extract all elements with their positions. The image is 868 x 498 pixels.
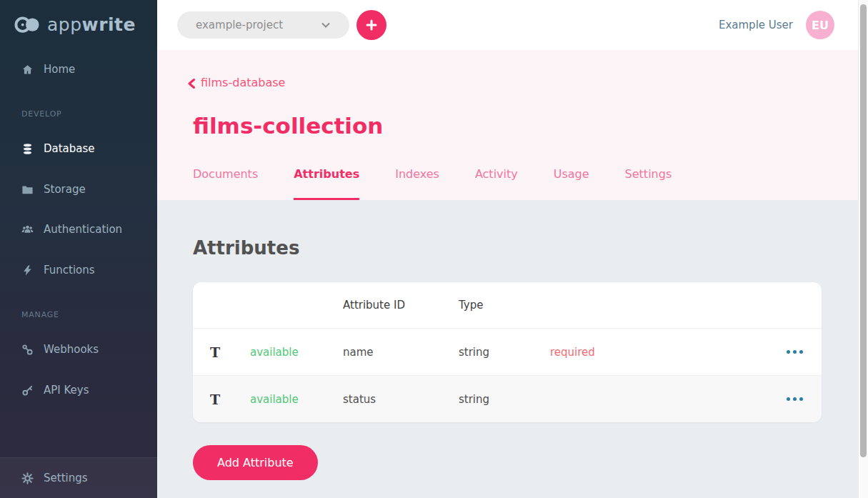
- tab-bar: Documents Attributes Indexes Activity Us…: [193, 167, 672, 200]
- breadcrumb[interactable]: films-database: [187, 76, 285, 89]
- status-badge: available: [250, 393, 343, 406]
- sidebar-item-functions[interactable]: Functions: [0, 257, 157, 283]
- tab-attributes[interactable]: Attributes: [294, 167, 359, 200]
- breadcrumb-label: films-database: [201, 76, 285, 89]
- sidebar-item-api-keys[interactable]: API Keys: [0, 377, 157, 403]
- page-title: films-collection: [193, 113, 383, 139]
- database-icon: [21, 143, 34, 155]
- sidebar-item-label: Storage: [44, 183, 86, 196]
- add-attribute-button[interactable]: Add Attribute: [193, 445, 318, 480]
- ellipsis-icon: [787, 350, 803, 354]
- page-scrollbar[interactable]: [858, 0, 868, 498]
- user-name-link[interactable]: Example User: [719, 19, 793, 31]
- column-header-attribute-id: Attribute ID: [343, 299, 459, 312]
- sidebar-item-authentication[interactable]: Authentication: [0, 216, 157, 242]
- chevron-down-icon: [321, 20, 331, 30]
- add-project-button[interactable]: [356, 10, 386, 40]
- required-badge: required: [550, 346, 747, 359]
- gear-icon: [21, 472, 34, 484]
- sidebar-section-manage: MANAGE: [21, 310, 59, 319]
- link-icon: [21, 344, 34, 356]
- attributes-table: Attribute ID Type T available name strin…: [193, 282, 822, 422]
- sidebar: appwrite Home DEVELOP Database Storage A…: [0, 0, 157, 498]
- sidebar-item-label: Home: [44, 63, 75, 76]
- section-heading: Attributes: [193, 237, 299, 259]
- sidebar-item-label: Webhooks: [44, 343, 99, 356]
- ellipsis-icon: [787, 397, 803, 401]
- row-actions-button[interactable]: [785, 346, 804, 358]
- status-badge: available: [250, 346, 343, 359]
- sidebar-item-webhooks[interactable]: Webhooks: [0, 337, 157, 362]
- avatar[interactable]: EU: [806, 11, 834, 39]
- scrollbar-thumb[interactable]: [860, 4, 867, 457]
- page-header: films-database films-collection Document…: [157, 50, 858, 200]
- key-icon: [21, 384, 34, 397]
- home-icon: [21, 64, 34, 76]
- topbar: example-project Example User EU: [157, 0, 858, 50]
- tab-activity[interactable]: Activity: [475, 167, 518, 200]
- cell-type: string: [459, 346, 550, 359]
- cell-attribute-id: name: [343, 346, 459, 359]
- sidebar-item-settings[interactable]: Settings: [0, 465, 157, 491]
- appwrite-logo-text: appwrite: [47, 14, 136, 35]
- appwrite-logo-icon: [14, 15, 41, 35]
- project-dropdown-value: example-project: [196, 19, 283, 31]
- column-header-type: Type: [459, 299, 550, 312]
- users-icon: [21, 224, 34, 236]
- table-header-row: Attribute ID Type: [193, 282, 822, 328]
- sidebar-item-home[interactable]: Home: [0, 56, 157, 82]
- row-actions-button[interactable]: [785, 393, 804, 405]
- bolt-icon: [21, 264, 34, 277]
- project-dropdown[interactable]: example-project: [177, 11, 349, 39]
- tab-indexes[interactable]: Indexes: [395, 167, 439, 200]
- sidebar-item-storage[interactable]: Storage: [0, 176, 157, 202]
- sidebar-item-label: Functions: [44, 264, 95, 277]
- sidebar-item-label: Authentication: [44, 223, 122, 236]
- cell-type: string: [459, 393, 550, 406]
- plus-icon: [366, 19, 377, 31]
- chevron-left-icon: [187, 78, 196, 88]
- folder-icon: [21, 184, 34, 196]
- sidebar-item-label: Settings: [44, 472, 88, 484]
- tab-documents[interactable]: Documents: [193, 167, 258, 200]
- sidebar-item-label: Database: [44, 142, 95, 155]
- appwrite-logo[interactable]: appwrite: [14, 14, 136, 35]
- table-row: T available name string required: [193, 328, 822, 375]
- sidebar-settings-zone: Settings: [0, 457, 157, 498]
- sidebar-item-label: API Keys: [44, 384, 89, 397]
- tab-settings[interactable]: Settings: [625, 167, 672, 200]
- table-row: T available status string: [193, 375, 822, 422]
- main-content: Attributes Attribute ID Type T available…: [157, 200, 858, 498]
- sidebar-section-develop: DEVELOP: [21, 109, 62, 119]
- tab-usage[interactable]: Usage: [554, 167, 589, 200]
- cell-attribute-id: status: [343, 393, 459, 406]
- text-attribute-icon: T: [210, 392, 250, 407]
- text-attribute-icon: T: [210, 344, 250, 360]
- sidebar-item-database[interactable]: Database: [0, 136, 157, 161]
